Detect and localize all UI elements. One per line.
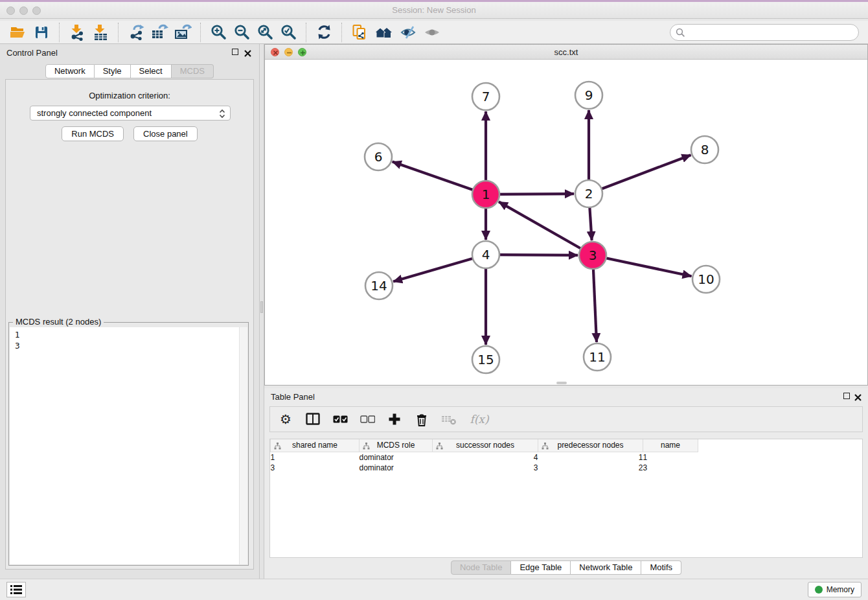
open-file-icon[interactable] — [8, 23, 28, 42]
memory-status-icon — [815, 586, 823, 594]
column-attr-icon — [363, 443, 370, 450]
delete-column-icon[interactable] — [414, 411, 429, 427]
table-cell[interactable]: 3 — [271, 463, 360, 473]
memory-button[interactable]: Memory — [808, 582, 862, 597]
close-panel-icon[interactable] — [244, 48, 251, 60]
network-window-title: scc.txt — [265, 45, 867, 60]
table-row[interactable]: 1dominator411 — [271, 452, 698, 463]
optimization-criterion-select[interactable]: strongly connected component — [30, 106, 231, 121]
table-panel: Table Panel ⚙ — [264, 388, 868, 579]
window-zoom-icon[interactable] — [32, 6, 41, 15]
mcds-buttons-row: Run MCDS Close panel — [6, 126, 253, 141]
graph-edge[interactable] — [393, 255, 486, 282]
network-maximize-icon[interactable] — [298, 48, 306, 56]
graph-edge[interactable] — [593, 255, 692, 276]
table-cell[interactable]: 3 — [433, 463, 538, 473]
add-column-icon[interactable] — [387, 411, 402, 427]
tab-motifs[interactable]: Motifs — [641, 560, 681, 575]
table-cell[interactable]: dominator — [360, 452, 433, 463]
zoom-fit-icon[interactable] — [255, 23, 275, 42]
refresh-icon[interactable] — [314, 23, 334, 42]
tab-edge-table[interactable]: Edge Table — [511, 560, 571, 575]
task-history-button[interactable] — [6, 582, 26, 597]
close-panel-button[interactable]: Close panel — [133, 126, 198, 141]
search-icon — [676, 28, 685, 40]
control-panel-tabs: Network Style Select MCDS — [0, 64, 259, 78]
graph-node-label: 15 — [477, 352, 494, 367]
import-network-icon[interactable] — [67, 23, 87, 42]
column-header[interactable]: name — [643, 439, 698, 452]
tab-select[interactable]: Select — [131, 64, 172, 78]
memory-label: Memory — [827, 585, 854, 594]
home-icon[interactable] — [373, 23, 395, 42]
zoom-out-icon[interactable] — [232, 23, 251, 42]
result-scrollbar[interactable] — [239, 327, 247, 564]
run-mcds-button[interactable]: Run MCDS — [62, 126, 124, 141]
table-cell[interactable]: 4 — [433, 452, 538, 463]
column-header[interactable]: predecessor nodes — [538, 439, 643, 452]
tab-node-table[interactable]: Node Table — [451, 560, 512, 575]
panel-splitter[interactable] — [259, 44, 264, 579]
table-settings-icon[interactable]: ⚙ — [278, 411, 293, 427]
tab-mcds[interactable]: MCDS — [172, 64, 214, 78]
network-canvas[interactable]: 7 9 6 8 1 2 4 3 14 10 15 11 — [265, 60, 867, 385]
column-attr-icon — [274, 443, 281, 450]
export-table-icon[interactable] — [150, 23, 169, 42]
network-close-icon[interactable] — [271, 48, 279, 56]
column-header[interactable]: MCDS role — [360, 439, 433, 452]
splitter-handle-icon[interactable] — [260, 301, 263, 313]
control-panel: Control Panel Network Style Select MCDS … — [0, 44, 259, 579]
table-cell[interactable]: 2 — [538, 463, 643, 473]
graph-edge[interactable] — [589, 155, 691, 194]
toolbar-separator — [341, 23, 342, 42]
toolbar-separator — [118, 23, 119, 42]
column-header-label: MCDS role — [377, 441, 415, 450]
toolbar-separator — [306, 23, 306, 42]
export-network-icon[interactable] — [126, 23, 146, 42]
table-panel-header: Table Panel — [264, 388, 868, 404]
clone-network-icon[interactable] — [350, 23, 369, 42]
window-title: Session: New Session — [0, 2, 868, 19]
table-cell[interactable]: dominator — [360, 463, 433, 473]
window-minimize-icon[interactable] — [19, 6, 28, 15]
graph-edge[interactable] — [393, 162, 486, 194]
export-image-icon[interactable] — [173, 23, 192, 42]
tab-network[interactable]: Network — [45, 64, 95, 78]
save-session-icon[interactable] — [32, 23, 51, 42]
table-row[interactable]: 3dominator323 — [271, 463, 698, 473]
column-header[interactable]: shared name — [271, 439, 360, 452]
canvas-scroll-thumb[interactable] — [556, 382, 567, 384]
hide-eye-icon[interactable] — [399, 23, 418, 42]
tab-network-table[interactable]: Network Table — [571, 560, 641, 575]
import-table-icon[interactable] — [91, 23, 110, 42]
table-cell[interactable]: 1 — [538, 452, 643, 463]
show-columns-icon[interactable] — [305, 411, 321, 427]
float-panel-icon[interactable] — [843, 393, 850, 399]
close-panel-icon[interactable] — [854, 392, 862, 404]
titlebar: Session: New Session — [0, 2, 868, 19]
table-cell[interactable]: 3 — [643, 463, 698, 473]
graph-node-label: 6 — [374, 149, 383, 165]
network-minimize-icon[interactable] — [284, 48, 293, 56]
mcds-result-area[interactable]: 1 3 — [10, 327, 247, 564]
mcds-result-group: MCDS result (2 nodes) 1 3 — [8, 322, 249, 566]
window-close-icon[interactable] — [6, 6, 15, 15]
table-cell[interactable]: 1 — [643, 452, 698, 463]
network-window-titlebar[interactable]: scc.txt — [265, 45, 867, 60]
graph-node-label: 3 — [589, 248, 597, 263]
optimization-criterion-label: Optimization criterion: — [6, 91, 253, 100]
zoom-selected-icon[interactable] — [279, 23, 298, 42]
graph-node-label: 14 — [371, 278, 387, 294]
network-graph[interactable]: 7 9 6 8 1 2 4 3 14 10 15 11 — [265, 60, 867, 385]
zoom-in-icon[interactable] — [209, 23, 228, 42]
column-header[interactable]: successor nodes — [433, 439, 538, 452]
select-all-columns-icon[interactable] — [332, 411, 348, 427]
graph-edge[interactable] — [499, 202, 593, 255]
search-input[interactable] — [670, 24, 859, 41]
table-cell[interactable]: 1 — [271, 452, 360, 463]
float-panel-icon[interactable] — [232, 49, 238, 55]
tab-style[interactable]: Style — [95, 64, 131, 78]
deselect-all-columns-icon[interactable] — [360, 411, 375, 427]
network-view-window: scc.txt 7 9 6 8 1 2 4 3 14 10 15 11 — [264, 44, 868, 386]
node-table[interactable]: shared name MCDS role successor nodes pr… — [269, 439, 863, 558]
